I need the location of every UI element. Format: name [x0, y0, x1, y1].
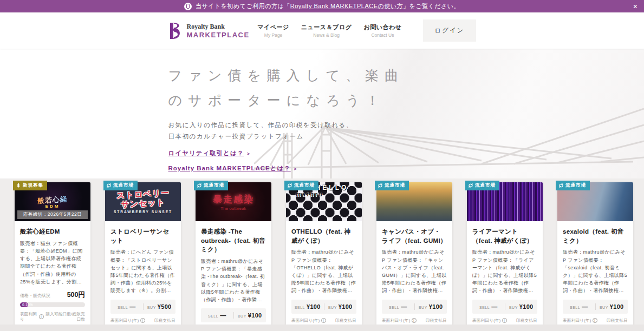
card-description: 販売者：mathru@かにみそP ファン債概要：「sexaloid（feat. … [563, 248, 628, 294]
buy-value: ¥100 [610, 303, 624, 310]
sell-buy-box[interactable]: SELL — BUY ¥100 [563, 300, 628, 314]
sell-half[interactable]: SELL — [563, 303, 595, 310]
card-badge-label: 新規募集 [23, 182, 43, 189]
fan-bond-card[interactable]: 流通市場 OTHELLO mathru OTHELLO（feat. 神威がくぽ）… [286, 182, 362, 331]
buy-half[interactable]: BUY ¥100 [324, 303, 357, 310]
rocket-icon [16, 183, 21, 188]
application-deadline-caption: 応募締切：2026年5月22日 [17, 210, 88, 219]
fan-bond-card[interactable]: 流通市場 キャンバス・オブ・ライフ（feat. GUMI） 販売者：mathru… [376, 182, 452, 331]
card-description: 販売者：mathru@かにみそP ファン債概要：「ライアーマント（feat. 神… [472, 248, 537, 294]
sell-half[interactable]: SELL — [382, 303, 414, 310]
exchange-icon [106, 183, 112, 188]
chevron-right-icon: ＞ [293, 166, 298, 173]
buy-value: ¥100 [339, 303, 353, 310]
card-badge: 新規募集 [13, 181, 47, 190]
yield-label: 表面利回り [20, 312, 38, 322]
sell-value: — [401, 303, 407, 310]
fan-bond-card[interactable]: 流通市場 暴走感染 - The outbreak - 暴走感染 -The out… [196, 182, 271, 331]
sell-half[interactable]: SELL — [110, 303, 143, 310]
fan-bond-card[interactable]: 流通市場 ライアーマント（feat. 神威がくぽ） 販売者：mathru@かにみ… [467, 182, 543, 331]
buy-half[interactable]: BUY ¥100 [233, 312, 266, 319]
buy-half[interactable]: BUY ¥100 [595, 303, 628, 310]
buy-half[interactable]: BUY ¥100 [414, 303, 447, 310]
sell-value: ¥100 [307, 303, 321, 310]
info-icon[interactable]: i [593, 318, 597, 323]
nav-contact-en: Contact Us [363, 32, 401, 38]
login-button[interactable]: ログイン [423, 19, 476, 42]
units-label: 購入可能口数/総販売口数 [44, 312, 85, 322]
yield-label: 表面利回り(年) [382, 318, 411, 323]
nav-my-page[interactable]: マイページ My Page [257, 23, 289, 38]
yield-label: 表面利回り(年) [563, 318, 591, 323]
sell-buy-box[interactable]: SELL — BUY ¥100 [472, 300, 537, 314]
artwork-text-2: - The outbreak - [218, 206, 249, 211]
card-title: キャンバス・オブ・ライフ（feat. GUMI） [382, 227, 447, 245]
card-description: 販売者：mathru@かにみそP ファン債概要：「OTHELLO（feat. 神… [291, 248, 356, 294]
sell-buy-box[interactable]: SELL — BUY ¥100 [201, 308, 266, 322]
price-value: 500円 [67, 290, 85, 300]
exchange-icon [378, 183, 383, 188]
card-description: 販売者：mathru@かにみそP ファン債概要：「暴走感染 -The outbr… [201, 257, 266, 303]
sell-value: — [129, 303, 135, 310]
logo[interactable]: Royalty Bank MARKETPLACE [168, 22, 250, 39]
buy-half[interactable]: BUY ¥500 [143, 303, 176, 310]
fan-bond-card[interactable]: 流通市場 sexaloid（feat. 初音ミク） 販売者：mathru@かにみ… [557, 182, 633, 331]
hero-section: ファン債を購入して、楽曲のサポーターになろう！ お気に入りの作品に投資して、作品… [0, 49, 644, 178]
royalty-date-label: 印税支払日 [426, 318, 447, 323]
about-marketplace-link[interactable]: Royalty Bank MARKETPLACEとは？＞ [168, 164, 476, 173]
sell-label: SELL [295, 306, 305, 309]
info-icon[interactable]: i [412, 318, 417, 323]
sell-half[interactable]: SELL — [201, 312, 233, 319]
buy-half[interactable]: BUY ¥100 [505, 303, 538, 310]
info-icon[interactable]: i [140, 318, 145, 323]
nav-contact[interactable]: お問い合わせ Contact Us [363, 23, 401, 38]
card-title: 暴走感染 -The outbreak-（feat. 初音ミク） [201, 227, 266, 254]
yield-label: 表面利回り(年) [291, 318, 320, 323]
buy-label: BUY [147, 306, 156, 309]
sell-buy-box[interactable]: SELL ¥100 BUY ¥100 [291, 300, 356, 314]
card-badge-label: 流通市場 [294, 182, 315, 189]
card-title: 般若心経EDM [20, 227, 85, 236]
card-description: 販売者：にへどん ファン債概要：「ストロベリーサンセット」に関する、上場以降5年… [110, 248, 175, 294]
sell-buy-box[interactable]: SELL — BUY ¥100 [382, 300, 447, 314]
royalty-date-label: 印税支払日 [154, 318, 175, 323]
info-icon[interactable]: i [39, 314, 44, 319]
info-icon[interactable]: i [502, 318, 507, 323]
bottom-strip [0, 325, 644, 331]
card-badge-label: 流通市場 [565, 182, 586, 189]
card-title: ストロベリーサンセット [110, 227, 175, 245]
fan-bond-card[interactable]: 新規募集 般若心経 EDM 応募締切：2026年5月22日 般若心経EDM 販売… [15, 182, 90, 331]
notice-text-after: 」をご覧ください。 [403, 2, 460, 10]
usage-guide-link[interactable]: Royalty Bank MARKETPLACEの使い方 [290, 2, 403, 10]
nav-news-blog-en: News & Blog [301, 32, 352, 38]
exchange-icon [287, 183, 292, 188]
nav-news-blog[interactable]: ニュース＆ブログ News & Blog [301, 23, 352, 38]
exchange-icon [468, 183, 473, 188]
notice-banner: 当サイトを初めてご利用の方は「Royalty Bank MARKETPLACEの… [0, 0, 644, 12]
sell-half[interactable]: SELL ¥100 [291, 303, 324, 310]
chevron-right-icon: ＞ [246, 150, 251, 157]
close-icon[interactable]: ✕ [633, 3, 638, 10]
sell-value: — [582, 303, 588, 310]
sell-buy-box[interactable]: SELL — BUY ¥500 [110, 300, 175, 314]
card-badge: 流通市場 [284, 181, 318, 190]
royalty-trade-link[interactable]: ロイヤリティ取引とは？＞ [168, 149, 476, 157]
artwork-text-1: 般若心経 [37, 194, 68, 206]
card-body: ライアーマント（feat. 神威がくぽ） 販売者：mathru@かにみそP ファ… [467, 221, 543, 331]
sell-label: SELL [208, 314, 218, 318]
artwork-text-2: サンセット [121, 197, 166, 209]
nav-my-page-en: My Page [257, 32, 289, 38]
fan-bond-card-list: 新規募集 般若心経 EDM 応募締切：2026年5月22日 般若心経EDM 販売… [0, 178, 644, 331]
sell-label: SELL [479, 306, 490, 309]
exchange-icon [558, 183, 564, 188]
notice-text-before: 当サイトを初めてご利用の方は「 [196, 2, 290, 10]
buy-label: BUY [600, 306, 608, 309]
card-badge: 流通市場 [556, 181, 590, 190]
sell-half[interactable]: SELL — [472, 303, 505, 310]
exchange-icon [197, 183, 202, 188]
card-body: キャンバス・オブ・ライフ（feat. GUMI） 販売者：mathru@かにみそ… [376, 221, 452, 331]
price-status-label: 価格・販売状況 [20, 293, 50, 299]
fan-bond-card[interactable]: 流通市場 ストロベリー サンセット STRAWBERRY SUNSET ストロベ… [105, 182, 181, 331]
hero-heading: ファン債を購入して、楽曲のサポーターになろう！ [168, 63, 418, 113]
info-icon[interactable]: i [321, 318, 326, 323]
